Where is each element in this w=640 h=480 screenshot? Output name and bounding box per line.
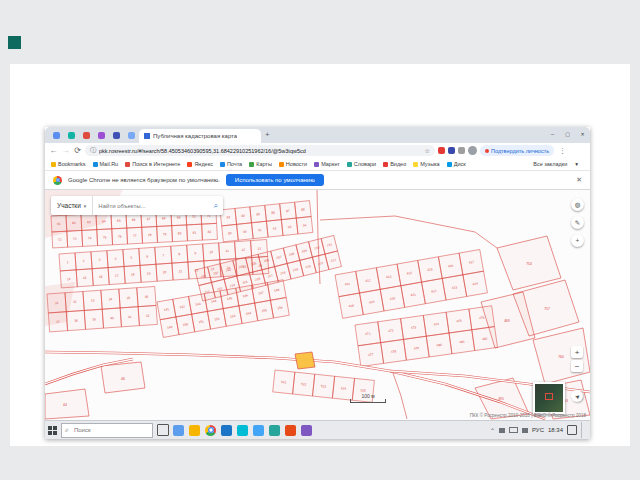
forward-icon[interactable]: → — [61, 146, 70, 155]
bookmark-item[interactable]: Яндекс — [187, 161, 213, 167]
pinned-tab[interactable] — [64, 129, 79, 143]
tray-expand-icon[interactable]: ⌃ — [490, 427, 495, 434]
parcel-number: 46 — [121, 377, 125, 381]
reload-icon[interactable]: ⟳ — [73, 146, 82, 155]
map-area: 6162636465666768697071727374757677787980… — [45, 190, 590, 420]
battery-icon[interactable] — [509, 427, 518, 433]
zoom-in-button[interactable]: + — [571, 346, 583, 358]
volume-icon[interactable] — [522, 428, 528, 433]
map-search-input[interactable] — [93, 203, 211, 209]
tab-active[interactable]: Публичная кадастровая карта — [139, 129, 261, 143]
pinned-tab[interactable] — [79, 129, 94, 143]
pinned-tab[interactable] — [94, 129, 109, 143]
bookmark-favicon-icon — [447, 162, 452, 167]
parcel-number: 66 — [132, 218, 136, 222]
taskbar-search-input[interactable] — [72, 426, 136, 434]
start-button[interactable] — [48, 426, 57, 435]
parcel[interactable] — [45, 389, 89, 419]
taskbar-app-office-icon[interactable] — [285, 425, 296, 436]
close-button[interactable]: ✕ — [575, 127, 590, 140]
taskbar-app-people-icon[interactable] — [301, 425, 312, 436]
bookmark-item[interactable]: Диск — [447, 161, 466, 167]
parcel-number: 83 — [226, 215, 230, 219]
taskbar-app-edge-icon[interactable] — [221, 425, 232, 436]
bookmark-item[interactable]: Словари — [347, 161, 376, 167]
cadastral-map[interactable]: 6162636465666768697071727374757677787980… — [45, 190, 590, 420]
pinned-tab[interactable] — [124, 129, 139, 143]
parcel-number: 478 — [391, 349, 397, 354]
parcel-number: 80 — [178, 231, 182, 235]
parcel-number: 84 — [241, 214, 245, 218]
desktop-shortcut-icon[interactable] — [8, 36, 21, 49]
layers-button[interactable]: ◍ — [571, 198, 584, 211]
parcel-number: 524 — [341, 386, 347, 391]
avatar[interactable] — [468, 146, 477, 155]
task-view-button[interactable] — [157, 424, 169, 436]
bookmark-favicon-icon — [413, 162, 418, 167]
taskbar-app-store-icon[interactable] — [237, 425, 248, 436]
bookmark-item[interactable]: Почта — [220, 161, 242, 167]
extension-icon[interactable] — [438, 147, 445, 154]
bookmark-star-icon[interactable]: ☆ — [425, 147, 430, 154]
infobar-close-icon[interactable]: ✕ — [576, 176, 582, 184]
extension-icon[interactable] — [458, 147, 465, 154]
parcel-number: 63 — [87, 220, 91, 224]
zoom-out-button[interactable]: − — [571, 360, 583, 372]
tab-favicon-icon — [83, 132, 90, 139]
bookmark-item[interactable]: Карты — [249, 161, 272, 167]
pinned-tab[interactable] — [109, 129, 124, 143]
taskbar-search-box[interactable]: ⌕ — [61, 423, 153, 438]
chevron-down-icon: ▾ — [84, 203, 87, 209]
parcel-number: 88 — [301, 207, 305, 211]
selected-parcel-highlight[interactable] — [295, 352, 315, 369]
draw-button[interactable]: ✎ — [571, 216, 584, 229]
parcel-number: 16 — [99, 275, 103, 279]
parcel-number: 17 — [115, 274, 119, 278]
add-button[interactable]: + — [571, 234, 584, 247]
browser-toolbar: ← → ⟳ ⓘ pkk.rosreestr.ru/#/search/58.450… — [45, 143, 590, 159]
bookmarks-overflow[interactable]: Все закладки ▾ — [533, 161, 584, 167]
boundary-line — [393, 373, 407, 419]
maximize-button[interactable]: ▢ — [560, 127, 575, 140]
parcel-number: 31 — [55, 301, 59, 305]
parcel-number: 79 — [163, 232, 167, 236]
profile-verify-chip[interactable]: Подтвердить личность — [480, 145, 554, 156]
tray-clock[interactable]: 18:34 — [548, 427, 563, 433]
bookmark-item[interactable]: Bookmarks — [51, 161, 86, 167]
address-bar[interactable]: ⓘ pkk.rosreestr.ru/#/search/58.450534603… — [85, 145, 435, 156]
overview-minimap[interactable] — [533, 382, 565, 414]
taskbar-app-chrome-icon[interactable] — [205, 425, 216, 436]
taskbar-app-photos-icon[interactable] — [269, 425, 280, 436]
parcel-number: 67 — [147, 217, 151, 221]
bookmark-item[interactable]: Музыка — [413, 161, 439, 167]
set-default-button[interactable]: Использовать по умолчанию — [226, 174, 324, 186]
pinned-tab[interactable] — [49, 129, 64, 143]
bookmark-item[interactable]: Маркет — [314, 161, 340, 167]
bookmark-item[interactable]: Mail.Ru — [93, 161, 119, 167]
url-text[interactable]: pkk.rosreestr.ru/#/search/58.45053460390… — [99, 148, 422, 154]
search-filter-dropdown[interactable]: Участки ▾ — [51, 196, 93, 215]
page-info-icon[interactable]: ⓘ — [90, 146, 96, 155]
show-desktop-button[interactable] — [581, 422, 584, 438]
minimize-button[interactable]: ─ — [545, 127, 560, 140]
taskbar-app-news-icon[interactable] — [173, 425, 184, 436]
bookmark-item[interactable]: Новости — [279, 161, 307, 167]
windows-taskbar: ⌕ ⌃ РУС 18:34 — [45, 420, 590, 439]
action-center-icon[interactable] — [567, 425, 577, 435]
taskbar-app-explorer-icon[interactable] — [189, 425, 200, 436]
parcel-number: 72 — [58, 238, 62, 242]
parcel-number: 76 — [118, 235, 122, 239]
taskbar-app-mail-icon[interactable] — [253, 425, 264, 436]
search-icon[interactable]: ⌕ — [212, 201, 223, 211]
parcel-number: 14 — [67, 277, 71, 281]
bookmark-label: Mail.Ru — [100, 161, 119, 167]
browser-menu-icon[interactable]: ⋮ — [557, 147, 568, 155]
bookmark-item[interactable]: Видео — [383, 161, 406, 167]
extension-icon[interactable] — [448, 147, 455, 154]
bookmark-favicon-icon — [93, 162, 98, 167]
back-icon[interactable]: ← — [49, 146, 58, 155]
tray-language[interactable]: РУС — [532, 427, 544, 433]
new-tab-button[interactable]: + — [265, 130, 270, 139]
network-icon[interactable] — [499, 428, 505, 433]
bookmark-item[interactable]: Поиск в Интернете — [125, 161, 180, 167]
